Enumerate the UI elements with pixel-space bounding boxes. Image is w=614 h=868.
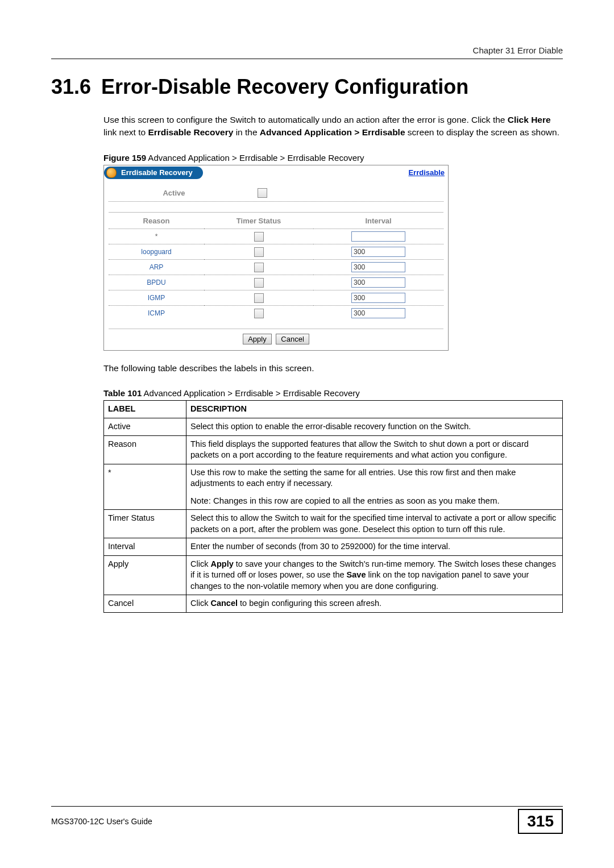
desc-text: This field displays the supported featur…	[186, 435, 563, 464]
interval-input[interactable]	[351, 293, 405, 303]
figure-caption: Figure 159 Advanced Application > Errdis…	[103, 153, 563, 163]
reason-cell: ARP	[109, 260, 204, 275]
mid-paragraph: The following table describes the labels…	[103, 362, 563, 375]
panel-title: Errdisable Recovery	[121, 168, 193, 177]
desc-text: Select this option to enable the error-d…	[186, 418, 563, 436]
interval-input[interactable]	[351, 231, 405, 242]
desc-text: Select this to allow the Switch to wait …	[186, 510, 563, 538]
col-interval: Interval	[313, 213, 443, 229]
col-reason: Reason	[109, 213, 204, 229]
interval-input[interactable]	[351, 308, 405, 318]
recovery-table: Reason Timer Status Interval * loopguard	[109, 213, 443, 321]
active-checkbox[interactable]	[258, 188, 267, 198]
reason-cell: loopguard	[109, 244, 204, 260]
timer-status-checkbox[interactable]	[254, 247, 264, 257]
interval-input[interactable]	[351, 247, 405, 257]
desc-text: Enter the number of seconds (from 30 to …	[186, 538, 563, 556]
interval-input[interactable]	[351, 277, 405, 288]
reason-cell: BPDU	[109, 275, 204, 290]
ui-titlebar: Errdisable Recovery Errdisable	[104, 165, 448, 180]
desc-text: Click Apply to save your changes to the …	[186, 555, 563, 595]
desc-col-label: LABEL	[104, 401, 186, 418]
col-timer-status: Timer Status	[204, 213, 313, 229]
table-caption: Table 101 Advanced Application > Errdisa…	[103, 388, 563, 398]
timer-status-checkbox[interactable]	[254, 309, 264, 318]
figure-caption-text: Advanced Application > Errdisable > Errd…	[146, 153, 364, 163]
intro-paragraph: Use this screen to configure the Switch …	[103, 114, 563, 139]
desc-row: * Use this row to make the setting the s…	[104, 464, 563, 509]
errdisable-recovery-screenshot: Errdisable Recovery Errdisable Active Re…	[103, 165, 449, 351]
table-row: ICMP	[109, 306, 443, 321]
errdisable-link[interactable]: Errdisable	[408, 168, 445, 177]
desc-label: *	[104, 464, 186, 509]
reason-cell: *	[109, 229, 204, 244]
desc-text: Click Cancel to begin configuring this s…	[186, 595, 563, 613]
timer-status-checkbox[interactable]	[254, 278, 264, 288]
desc-label: Reason	[104, 435, 186, 464]
desc-label: Active	[104, 418, 186, 436]
desc-label: Cancel	[104, 595, 186, 613]
page-number: 315	[518, 809, 563, 834]
timer-status-checkbox[interactable]	[254, 293, 264, 303]
table-row: BPDU	[109, 275, 443, 290]
desc-label: Interval	[104, 538, 186, 556]
timer-status-checkbox[interactable]	[254, 232, 264, 242]
active-row: Active	[109, 184, 443, 202]
table-row: ARP	[109, 260, 443, 275]
desc-row: Timer Status Select this to allow the Sw…	[104, 510, 563, 538]
desc-row: Interval Enter the number of seconds (fr…	[104, 538, 563, 556]
table-caption-text: Advanced Application > Errdisable > Errd…	[142, 388, 360, 398]
chapter-header: Chapter 31 Error Diable	[51, 45, 563, 55]
timer-status-checkbox[interactable]	[254, 263, 264, 272]
apply-button[interactable]: Apply	[243, 334, 272, 344]
desc-col-description: DESCRIPTION	[186, 401, 563, 418]
orb-icon	[106, 168, 117, 178]
reason-cell: ICMP	[109, 306, 204, 321]
figure-caption-num: Figure 159	[103, 153, 146, 163]
table-row: loopguard	[109, 244, 443, 260]
page-footer: MGS3700-12C User's Guide 315	[51, 806, 563, 834]
reason-cell: IGMP	[109, 290, 204, 306]
heading-title: Error-Disable Recovery Configuration	[101, 75, 468, 98]
footer-guide-name: MGS3700-12C User's Guide	[51, 817, 152, 826]
desc-row: Reason This field displays the supported…	[104, 435, 563, 464]
heading-number: 31.6	[51, 75, 91, 98]
desc-row: Apply Click Apply to save your changes t…	[104, 555, 563, 595]
button-row: Apply Cancel	[109, 329, 443, 350]
desc-row: Cancel Click Cancel to begin configuring…	[104, 595, 563, 613]
desc-label: Timer Status	[104, 510, 186, 538]
description-table: LABEL DESCRIPTION Active Select this opt…	[103, 400, 563, 613]
interval-input[interactable]	[351, 262, 405, 272]
desc-label: Apply	[104, 555, 186, 595]
active-label: Active	[109, 189, 239, 197]
header-rule	[51, 59, 563, 59]
section-heading: 31.6Error-Disable Recovery Configuration	[51, 75, 563, 99]
table-row: IGMP	[109, 290, 443, 306]
desc-row: Active Select this option to enable the …	[104, 418, 563, 436]
cancel-button[interactable]: Cancel	[276, 334, 309, 344]
desc-text: Use this row to make the setting the sam…	[186, 464, 563, 509]
panel-title-pill: Errdisable Recovery	[104, 167, 203, 179]
table-row: *	[109, 229, 443, 244]
table-caption-num: Table 101	[103, 388, 142, 398]
